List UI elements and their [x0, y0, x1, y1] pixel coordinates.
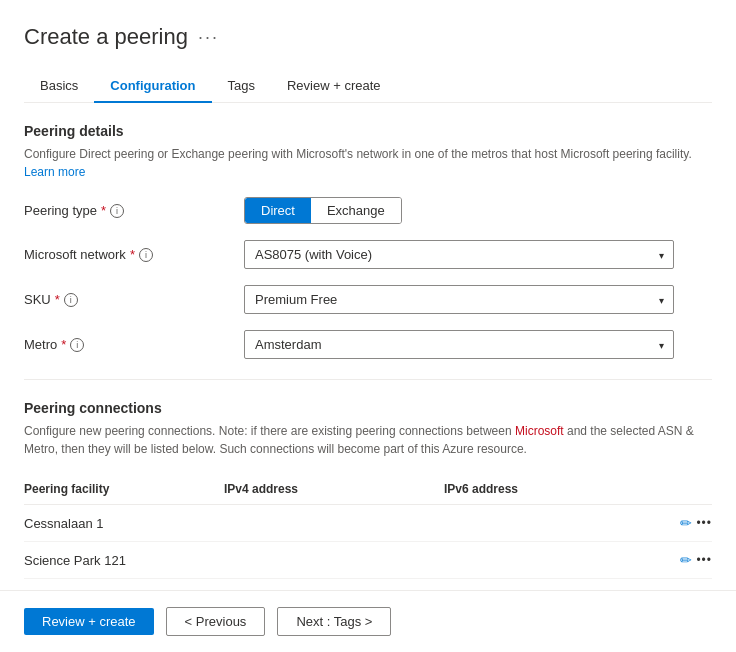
row2-facility: Science Park 121 [24, 553, 224, 568]
table-row: Science Park 121 ✏ ••• [24, 542, 712, 579]
row1-actions: ✏ ••• [652, 515, 712, 531]
row2-more-icon[interactable]: ••• [696, 553, 712, 567]
sku-select[interactable]: Premium Free [244, 285, 674, 314]
col-header-actions [652, 482, 712, 496]
peering-details-section: Peering details Configure Direct peering… [24, 123, 712, 359]
sku-row: SKU * i Premium Free ▾ [24, 285, 712, 314]
peering-details-title: Peering details [24, 123, 712, 139]
tab-basics[interactable]: Basics [24, 70, 94, 103]
peering-type-toggle: Direct Exchange [244, 197, 712, 224]
metro-select[interactable]: Amsterdam [244, 330, 674, 359]
next-button[interactable]: Next : Tags > [277, 607, 391, 636]
connections-table-header: Peering facility IPv4 address IPv6 addre… [24, 474, 712, 505]
peering-type-row: Peering type * i Direct Exchange [24, 197, 712, 224]
row2-actions: ✏ ••• [652, 552, 712, 568]
microsoft-network-info-icon[interactable]: i [139, 248, 153, 262]
tab-review-create[interactable]: Review + create [271, 70, 397, 103]
required-indicator-metro: * [61, 337, 66, 352]
col-header-ipv6: IPv6 address [444, 482, 652, 496]
row1-facility: Cessnalaan 1 [24, 516, 224, 531]
toggle-exchange[interactable]: Exchange [311, 198, 401, 223]
peering-connections-description: Configure new peering connections. Note:… [24, 422, 712, 458]
peering-connections-title: Peering connections [24, 400, 712, 416]
sku-label: SKU * i [24, 292, 244, 307]
metro-control: Amsterdam ▾ [244, 330, 712, 359]
peering-connections-section: Peering connections Configure new peerin… [24, 400, 712, 606]
page-title-container: Create a peering ··· [24, 24, 712, 50]
col-header-ipv4: IPv4 address [224, 482, 444, 496]
sku-select-wrapper: Premium Free ▾ [244, 285, 674, 314]
previous-button[interactable]: < Previous [166, 607, 266, 636]
sku-control: Premium Free ▾ [244, 285, 712, 314]
microsoft-network-row: Microsoft network * i AS8075 (with Voice… [24, 240, 712, 269]
sku-info-icon[interactable]: i [64, 293, 78, 307]
metro-info-icon[interactable]: i [70, 338, 84, 352]
microsoft-network-select[interactable]: AS8075 (with Voice) [244, 240, 674, 269]
metro-select-wrapper: Amsterdam ▾ [244, 330, 674, 359]
row1-edit-icon[interactable]: ✏ [680, 515, 692, 531]
metro-label: Metro * i [24, 337, 244, 352]
page-title: Create a peering [24, 24, 188, 50]
learn-more-link[interactable]: Learn more [24, 165, 85, 179]
microsoft-network-select-wrapper: AS8075 (with Voice) ▾ [244, 240, 674, 269]
toggle-direct[interactable]: Direct [245, 198, 311, 223]
tab-tags[interactable]: Tags [212, 70, 271, 103]
review-create-button[interactable]: Review + create [24, 608, 154, 635]
footer: Review + create < Previous Next : Tags > [0, 590, 736, 652]
peering-type-info-icon[interactable]: i [110, 204, 124, 218]
tab-bar: Basics Configuration Tags Review + creat… [24, 70, 712, 103]
required-indicator-network: * [130, 247, 135, 262]
required-indicator: * [101, 203, 106, 218]
required-indicator-sku: * [55, 292, 60, 307]
tab-configuration[interactable]: Configuration [94, 70, 211, 103]
table-row: Cessnalaan 1 ✏ ••• [24, 505, 712, 542]
page-title-ellipsis: ··· [198, 27, 219, 48]
peering-details-description: Configure Direct peering or Exchange pee… [24, 145, 712, 181]
peering-type-label: Peering type * i [24, 203, 244, 218]
row2-edit-icon[interactable]: ✏ [680, 552, 692, 568]
row1-more-icon[interactable]: ••• [696, 516, 712, 530]
section-divider [24, 379, 712, 380]
microsoft-network-label: Microsoft network * i [24, 247, 244, 262]
col-header-facility: Peering facility [24, 482, 224, 496]
metro-row: Metro * i Amsterdam ▾ [24, 330, 712, 359]
microsoft-link[interactable]: Microsoft [515, 424, 564, 438]
microsoft-network-control: AS8075 (with Voice) ▾ [244, 240, 712, 269]
toggle-group: Direct Exchange [244, 197, 402, 224]
